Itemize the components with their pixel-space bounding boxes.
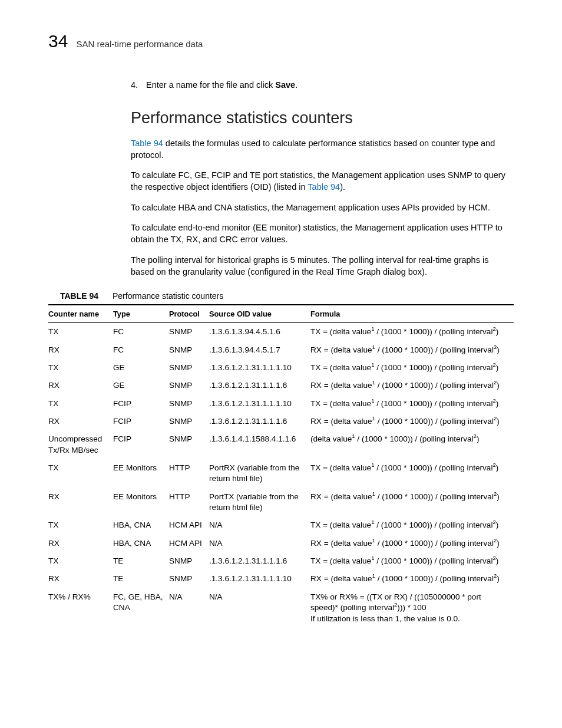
table-row: RXFCIPSNMP.1.3.6.1.2.1.31.1.1.1.6RX = (d… xyxy=(48,413,514,430)
cell-oid: .1.3.6.1.3.94.4.5.1.6 xyxy=(209,323,310,341)
paragraph-3: To calculate HBA and CNA statistics, the… xyxy=(131,202,514,213)
th-oid: Source OID value xyxy=(209,305,310,323)
cell-type: FCIP xyxy=(113,395,169,413)
cell-formula: TX = (delta value1 / (1000 * 1000)) / (p… xyxy=(310,459,514,488)
table-row: RXTESNMP.1.3.6.1.2.1.31.1.1.1.10RX = (de… xyxy=(48,570,514,588)
cell-formula: RX = (delta value1 / (1000 * 1000)) / (p… xyxy=(310,413,514,430)
cell-counter: RX xyxy=(48,535,113,552)
paragraph-5: The polling interval for historical grap… xyxy=(131,254,514,278)
cell-protocol: SNMP xyxy=(169,552,209,570)
cell-oid: .1.3.6.1.2.1.31.1.1.1.10 xyxy=(209,570,310,588)
cell-counter: TX% / RX% xyxy=(48,588,113,628)
step-text-after: . xyxy=(295,80,297,90)
cell-protocol: HTTP xyxy=(169,459,209,488)
cell-formula: RX = (delta value1 / (1000 * 1000)) / (p… xyxy=(310,535,514,552)
cell-protocol: SNMP xyxy=(169,413,209,430)
step-4: 4. Enter a name for the file and click S… xyxy=(131,80,514,91)
save-word: Save xyxy=(275,80,295,90)
th-protocol: Protocol xyxy=(169,305,209,323)
th-type: Type xyxy=(113,305,169,323)
cell-type: HBA, CNA xyxy=(113,535,169,552)
cell-formula: TX = (delta value1 / (1000 * 1000)) / (p… xyxy=(310,395,514,413)
cell-formula: RX = (delta value1 / (1000 * 1000)) / (p… xyxy=(310,570,514,588)
table-row: RXFCSNMP.1.3.6.1.3.94.4.5.1.7RX = (delta… xyxy=(48,341,514,359)
table-caption-row: TABLE 94 Performance statistic counters xyxy=(60,291,514,302)
cell-oid: .1.3.6.1.2.1.31.1.1.1.10 xyxy=(209,359,310,377)
cell-formula: RX = (delta value1 / (1000 * 1000)) / (p… xyxy=(310,377,514,394)
cell-protocol: SNMP xyxy=(169,323,209,341)
cell-protocol: HCM API xyxy=(169,535,209,552)
cell-oid: .1.3.6.1.2.1.31.1.1.1.6 xyxy=(209,377,310,394)
cell-counter: TX xyxy=(48,552,113,570)
table-link-1[interactable]: Table 94 xyxy=(131,139,163,148)
paragraph-1-rest: details the formulas used to calculate p… xyxy=(131,139,495,160)
paragraph-2: To calculate FC, GE, FCIP and TE port st… xyxy=(131,169,514,193)
cell-formula: TX = (delta value1 / (1000 * 1000)) / (p… xyxy=(310,516,514,534)
cell-oid: .1.3.6.1.2.1.31.1.1.1.6 xyxy=(209,552,310,570)
section-heading: Performance statistics counters xyxy=(131,107,514,129)
cell-type: EE Monitors xyxy=(113,488,169,517)
table-row: TX% / RX%FC, GE, HBA, CNAN/AN/ATX% or RX… xyxy=(48,588,514,628)
cell-counter: RX xyxy=(48,413,113,430)
cell-type: FC, GE, HBA, CNA xyxy=(113,588,169,628)
table-row: RXGESNMP.1.3.6.1.2.1.31.1.1.1.6RX = (del… xyxy=(48,377,514,394)
cell-oid: PortTX (variable from the return html fi… xyxy=(209,488,310,517)
cell-counter: Uncompressed Tx/Rx MB/sec xyxy=(48,430,113,459)
table-row: TXGESNMP.1.3.6.1.2.1.31.1.1.1.10TX = (de… xyxy=(48,359,514,377)
cell-protocol: SNMP xyxy=(169,377,209,394)
paragraph-2-after: ). xyxy=(340,182,345,192)
cell-counter: TX xyxy=(48,516,113,534)
cell-protocol: SNMP xyxy=(169,570,209,588)
cell-protocol: SNMP xyxy=(169,359,209,377)
cell-formula: RX = (delta value1 / (1000 * 1000)) / (p… xyxy=(310,488,514,517)
cell-counter: TX xyxy=(48,359,113,377)
cell-formula: (delta value1 / (1000 * 1000)) / (pollin… xyxy=(310,430,514,459)
cell-type: FC xyxy=(113,341,169,359)
cell-type: FCIP xyxy=(113,413,169,430)
cell-protocol: HCM API xyxy=(169,516,209,534)
paragraph-1: Table 94 details the formulas used to ca… xyxy=(131,137,514,162)
cell-type: GE xyxy=(113,377,169,394)
cell-protocol: SNMP xyxy=(169,395,209,413)
cell-type: FC xyxy=(113,323,169,341)
cell-type: TE xyxy=(113,570,169,588)
cell-protocol: N/A xyxy=(169,588,209,628)
table-row: RXEE MonitorsHTTPPortTX (variable from t… xyxy=(48,488,514,517)
table-header-row: Counter name Type Protocol Source OID va… xyxy=(48,305,514,323)
table-row: TXFCSNMP.1.3.6.1.3.94.4.5.1.6TX = (delta… xyxy=(48,323,514,341)
table-row: TXFCIPSNMP.1.3.6.1.2.1.31.1.1.1.10TX = (… xyxy=(48,395,514,413)
cell-type: HBA, CNA xyxy=(113,516,169,534)
cell-oid: .1.3.6.1.3.94.4.5.1.7 xyxy=(209,341,310,359)
cell-protocol: SNMP xyxy=(169,430,209,459)
cell-type: EE Monitors xyxy=(113,459,169,488)
cell-oid: .1.3.6.1.2.1.31.1.1.1.10 xyxy=(209,395,310,413)
cell-counter: RX xyxy=(48,377,113,394)
table-row: RXHBA, CNAHCM APIN/ARX = (delta value1 /… xyxy=(48,535,514,552)
cell-counter: RX xyxy=(48,570,113,588)
table-row: Uncompressed Tx/Rx MB/secFCIPSNMP.1.3.6.… xyxy=(48,430,514,459)
cell-formula: TX = (delta value1 / (1000 * 1000)) / (p… xyxy=(310,323,514,341)
cell-oid: N/A xyxy=(209,535,310,552)
cell-type: FCIP xyxy=(113,430,169,459)
cell-formula: TX = (delta value1 / (1000 * 1000)) / (p… xyxy=(310,359,514,377)
cell-oid: .1.3.6.1.2.1.31.1.1.1.6 xyxy=(209,413,310,430)
table-row: TXTESNMP.1.3.6.1.2.1.31.1.1.1.6TX = (del… xyxy=(48,552,514,570)
chapter-number: 34 xyxy=(48,29,68,54)
step-text-before: Enter a name for the file and click xyxy=(146,80,275,90)
cell-type: TE xyxy=(113,552,169,570)
cell-type: GE xyxy=(113,359,169,377)
performance-table: Counter name Type Protocol Source OID va… xyxy=(48,304,514,628)
cell-protocol: SNMP xyxy=(169,341,209,359)
chapter-title: SAN real-time performance data xyxy=(76,38,203,50)
th-formula: Formula xyxy=(310,305,514,323)
table-label: TABLE 94 xyxy=(60,291,98,301)
cell-counter: TX xyxy=(48,459,113,488)
cell-oid: PortRX (variable from the return html fi… xyxy=(209,459,310,488)
table-caption: Performance statistic counters xyxy=(113,291,223,301)
table-row: TXEE MonitorsHTTPPortRX (variable from t… xyxy=(48,459,514,488)
cell-formula: RX = (delta value1 / (1000 * 1000)) / (p… xyxy=(310,341,514,359)
paragraph-4: To calculate end-to-end monitor (EE moni… xyxy=(131,222,514,246)
step-number: 4. xyxy=(131,80,144,91)
cell-protocol: HTTP xyxy=(169,488,209,517)
table-link-2[interactable]: Table 94 xyxy=(308,182,340,192)
